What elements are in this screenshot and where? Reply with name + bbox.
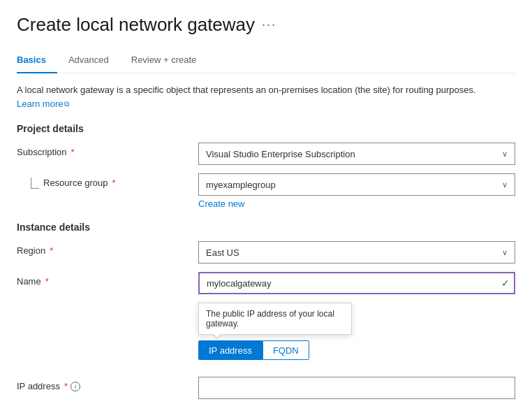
- dropdown-arrow-icon: ∨: [502, 248, 508, 257]
- tab-bar: Basics Advanced Review + create: [17, 48, 515, 73]
- resource-group-row: Resource group* myexamplegroup ∨ Create …: [17, 173, 515, 209]
- required-indicator: *: [71, 147, 75, 157]
- region-dropdown[interactable]: East US ∨: [198, 241, 515, 264]
- ip-type-label-spacer: [17, 303, 198, 307]
- description-text: A local network gateway is a specific ob…: [17, 83, 515, 110]
- project-details-heading: Project details: [17, 123, 515, 134]
- dropdown-arrow-icon: ∨: [502, 150, 508, 159]
- dropdown-arrow-icon: ∨: [502, 180, 508, 189]
- ip-address-input[interactable]: [198, 377, 515, 399]
- resource-group-dropdown[interactable]: myexamplegroup ∨: [198, 173, 515, 196]
- subscription-row: Subscription* Visual Studio Enterprise S…: [17, 143, 515, 165]
- tooltip-wrapper: The public IP address of your local gate…: [198, 303, 515, 338]
- external-link-icon: ⧉: [64, 99, 69, 109]
- subscription-dropdown[interactable]: Visual Studio Enterprise Subscription ∨: [198, 143, 515, 165]
- fqdn-toggle-button[interactable]: FQDN: [263, 340, 309, 360]
- ip-address-control: [198, 377, 515, 399]
- create-new-link[interactable]: Create new: [198, 199, 244, 209]
- ip-type-control: The public IP address of your local gate…: [198, 303, 515, 368]
- instance-details-heading: Instance details: [17, 222, 515, 233]
- ip-address-toggle-button[interactable]: IP address: [198, 340, 263, 360]
- resource-group-label: Resource group*: [43, 173, 116, 188]
- ip-type-toggle-group: IP address FQDN: [198, 340, 515, 360]
- resource-group-indent: Resource group*: [17, 173, 198, 189]
- region-control: East US ∨: [198, 241, 515, 264]
- page-title: Create local network gateway: [17, 14, 255, 36]
- subscription-value: Visual Studio Enterprise Subscription: [206, 149, 355, 159]
- required-indicator: *: [112, 178, 116, 188]
- required-indicator: *: [64, 381, 68, 391]
- tooltip-arrow-inner: [214, 334, 221, 338]
- validation-checkmark-icon: ✓: [501, 277, 510, 289]
- ip-type-row: The public IP address of your local gate…: [17, 303, 515, 368]
- tooltip-text: The public IP address of your local gate…: [206, 309, 334, 329]
- name-input[interactable]: [198, 272, 515, 294]
- required-indicator: *: [50, 245, 53, 256]
- learn-more-link[interactable]: Learn more ⧉: [17, 97, 69, 111]
- region-label: Region*: [17, 241, 198, 256]
- resource-group-control: myexamplegroup ∨ Create new: [198, 173, 515, 209]
- name-row: Name* ✓: [17, 272, 515, 294]
- subscription-label: Subscription*: [17, 143, 198, 157]
- region-row: Region* East US ∨: [17, 241, 515, 264]
- tab-advanced[interactable]: Advanced: [68, 49, 120, 73]
- region-value: East US: [206, 247, 239, 258]
- more-options-icon[interactable]: ···: [262, 17, 276, 32]
- subscription-control: Visual Studio Enterprise Subscription ∨: [198, 143, 515, 165]
- ip-address-row: IP address* i: [17, 377, 515, 399]
- name-input-wrapper: ✓: [198, 272, 515, 294]
- resource-group-value: myexamplegroup: [206, 180, 276, 190]
- tree-connector: [31, 178, 39, 189]
- name-label: Name*: [17, 272, 198, 287]
- name-control: ✓: [198, 272, 515, 294]
- ip-address-label: IP address* i: [17, 377, 198, 391]
- required-indicator: *: [45, 276, 49, 287]
- tooltip-bubble: The public IP address of your local gate…: [198, 303, 352, 335]
- address-space-label: Address Space(s) i: [17, 408, 198, 411]
- address-space-row: Address Space(s) i: [17, 408, 515, 411]
- tab-basics[interactable]: Basics: [17, 49, 57, 73]
- tab-review-create[interactable]: Review + create: [131, 49, 208, 73]
- ip-address-info-icon[interactable]: i: [71, 382, 80, 391]
